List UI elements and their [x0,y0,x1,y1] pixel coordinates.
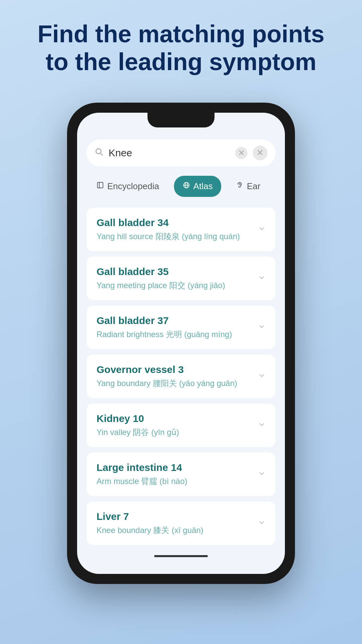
chevron-icon-7 [258,518,265,529]
chevron-icon-1 [258,224,265,235]
result-subtitle-3: Radiant brightness 光明 (guāng míng) [97,329,253,340]
result-card-1-content: Gall bladder 34 Yang hill source 阳陵泉 (yá… [97,217,253,242]
search-value[interactable]: Knee [109,147,230,159]
headline: Find the matching points to the leading … [38,20,324,76]
chevron-icon-3 [258,322,265,333]
phone-mockup: Knee ✕ ✕ Encyclopedia [67,103,295,584]
result-subtitle-7: Knee boundary 膝关 (xī guān) [97,525,253,536]
result-subtitle-5: Yin valley 阴谷 (yīn gǔ) [97,427,253,438]
tab-atlas[interactable]: Atlas [174,176,222,197]
result-subtitle-2: Yang meeting place 阳交 (yáng jiāo) [97,280,253,291]
atlas-icon [183,181,190,191]
result-title-2: Gall bladder 35 [97,266,253,277]
result-card-2[interactable]: Gall bladder 35 Yang meeting place 阳交 (y… [86,257,276,300]
svg-line-1 [101,153,103,155]
result-card-7-content: Liver 7 Knee boundary 膝关 (xī guān) [97,511,253,536]
search-bar: Knee ✕ ✕ [86,140,276,166]
result-card-2-content: Gall bladder 35 Yang meeting place 阳交 (y… [97,266,253,291]
result-subtitle-6: Arm muscle 臂臑 (bì nào) [97,476,253,487]
result-card-5[interactable]: Kidney 10 Yin valley 阴谷 (yīn gǔ) [86,404,276,447]
result-card-1[interactable]: Gall bladder 34 Yang hill source 阳陵泉 (yá… [86,208,276,251]
chevron-icon-6 [258,469,265,480]
phone-notch [147,113,215,127]
search-clear-outer-button[interactable]: ✕ [253,146,267,160]
svg-rect-2 [98,182,103,188]
result-card-6[interactable]: Large intestine 14 Arm muscle 臂臑 (bì nào… [86,452,276,496]
result-title-3: Gall bladder 37 [97,315,253,326]
encyclopedia-icon [97,181,104,191]
result-title-5: Kidney 10 [97,413,253,424]
result-card-4[interactable]: Governor vessel 3 Yang boundary 腰阳关 (yāo… [86,355,276,398]
tab-encyclopedia-label: Encyclopedia [107,181,159,192]
result-card-7[interactable]: Liver 7 Knee boundary 膝关 (xī guān) [86,501,276,545]
result-card-5-content: Kidney 10 Yin valley 阴谷 (yīn gǔ) [97,413,253,438]
tab-encyclopedia[interactable]: Encyclopedia [88,176,168,197]
result-title-6: Large intestine 14 [97,462,253,473]
search-clear-inner-button[interactable]: ✕ [235,147,247,159]
result-title-4: Governor vessel 3 [97,364,253,375]
headline-line1: Find the matching points [38,20,324,47]
result-title-7: Liver 7 [97,511,253,522]
result-card-3[interactable]: Gall bladder 37 Radiant brightness 光明 (g… [86,306,276,349]
tab-atlas-label: Atlas [193,181,213,192]
tab-ear-label: Ear [247,181,260,192]
headline-line2: to the leading symptom [46,48,316,75]
result-card-3-content: Gall bladder 37 Radiant brightness 光明 (g… [97,315,253,340]
tab-ear[interactable]: Ear [227,176,269,197]
ear-icon [236,181,243,191]
result-subtitle-4: Yang boundary 腰阳关 (yāo yáng guān) [97,378,253,389]
home-indicator [154,555,208,557]
chevron-icon-5 [258,420,265,431]
results-list: Gall bladder 34 Yang hill source 阳陵泉 (yá… [86,208,276,545]
result-subtitle-1: Yang hill source 阳陵泉 (yáng líng quán) [97,231,253,242]
phone-screen: Knee ✕ ✕ Encyclopedia [77,113,285,574]
chevron-icon-4 [258,371,265,382]
search-icon [95,147,103,158]
result-card-4-content: Governor vessel 3 Yang boundary 腰阳关 (yāo… [97,364,253,389]
result-title-1: Gall bladder 34 [97,217,253,228]
result-card-6-content: Large intestine 14 Arm muscle 臂臑 (bì nào… [97,462,253,487]
chevron-icon-2 [258,273,265,284]
filter-tabs: Encyclopedia Atlas [86,176,276,197]
